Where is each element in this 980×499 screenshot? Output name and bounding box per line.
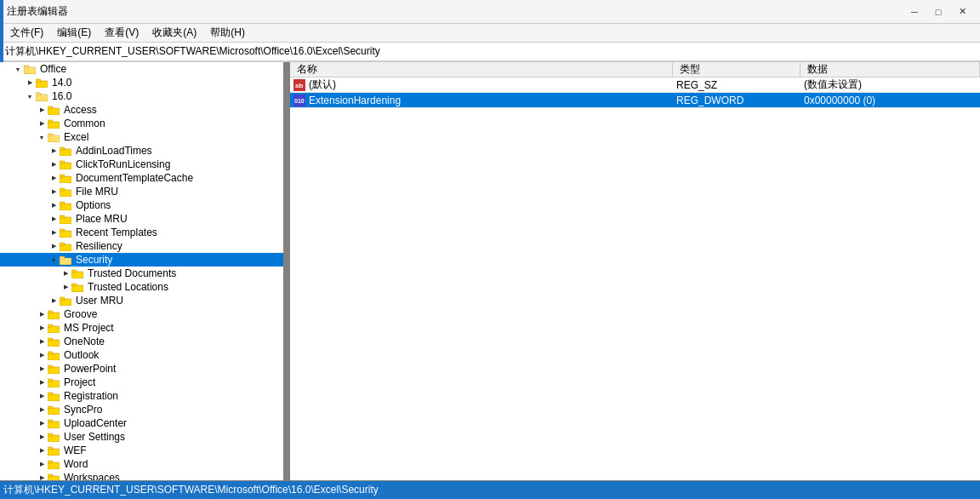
node-label-clicktorunlicensing: ClickToRunLicensing bbox=[76, 158, 170, 170]
expand-btn-registration[interactable]: ▶ bbox=[37, 392, 46, 400]
tree-node-placemru[interactable]: ▶ Place MRU bbox=[0, 212, 283, 226]
registry-name-1: 010ExtensionHardening bbox=[290, 93, 673, 107]
tree-node-office[interactable]: ▼ Office bbox=[0, 62, 283, 76]
expand-btn-project[interactable]: ▶ bbox=[37, 378, 46, 387]
expand-btn-workspaces[interactable]: ▶ bbox=[37, 473, 46, 480]
svg-rect-18 bbox=[60, 161, 65, 163]
svg-rect-11 bbox=[48, 120, 53, 123]
tree-node-documenttemplatecache[interactable]: ▶ DocumentTemplateCache bbox=[0, 171, 283, 185]
tree-node-filemru[interactable]: ▶ File MRU bbox=[0, 185, 283, 198]
tree-node-trustedlocations[interactable]: ▶ Trusted Locations bbox=[0, 280, 283, 294]
tree-node-onenote[interactable]: ▶ OneNote bbox=[0, 335, 283, 348]
tree-panel[interactable]: ▼ Office▶ 14.0▼ 16.0▶ Access▶ Common▼ Ex… bbox=[0, 62, 285, 480]
tree-node-recenttemplates[interactable]: ▶ Recent Templates bbox=[0, 226, 283, 239]
tree-node-usermru[interactable]: ▶ User MRU bbox=[0, 294, 283, 307]
col-data-header[interactable]: 数据 bbox=[801, 62, 980, 77]
col-name-header[interactable]: 名称 bbox=[290, 62, 673, 77]
expand-btn-clicktorunlicensing[interactable]: ▶ bbox=[49, 160, 58, 169]
tree-node-usersettings[interactable]: ▶ User Settings bbox=[0, 430, 283, 444]
folder-icon-powerpoint bbox=[48, 364, 60, 374]
folder-icon-msproject bbox=[48, 324, 60, 333]
expand-btn-word[interactable]: ▶ bbox=[37, 460, 46, 468]
tree-node-word[interactable]: ▶ Word bbox=[0, 457, 283, 471]
tree-node-outlook[interactable]: ▶ Outlook bbox=[0, 348, 283, 362]
menu-favorites[interactable]: 收藏夹(A) bbox=[145, 24, 203, 42]
expand-btn-recenttemplates[interactable]: ▶ bbox=[49, 228, 58, 237]
tree-node-common[interactable]: ▶ Common bbox=[0, 117, 283, 130]
svg-rect-55 bbox=[48, 406, 53, 409]
expand-btn-filemru[interactable]: ▶ bbox=[49, 187, 58, 196]
expand-btn-onenote[interactable]: ▶ bbox=[37, 337, 46, 346]
expand-btn-addinloadtimes[interactable]: ▶ bbox=[49, 146, 58, 155]
expand-btn-wef[interactable]: ▶ bbox=[37, 446, 46, 455]
tree-node-access[interactable]: ▶ Access bbox=[0, 103, 283, 117]
registry-row[interactable]: ab(默认)REG_SZ(数值未设置) bbox=[290, 77, 980, 93]
tree-node-14[interactable]: ▶ 14.0 bbox=[0, 76, 283, 89]
expand-btn-syncpro[interactable]: ▶ bbox=[37, 405, 46, 414]
svg-rect-14 bbox=[48, 135, 60, 137]
tree-node-wef[interactable]: ▶ WEF bbox=[0, 444, 283, 457]
minimize-button[interactable]: ─ bbox=[903, 3, 926, 20]
folder-icon-project bbox=[48, 378, 60, 387]
tree-node-resiliency[interactable]: ▶ Resiliency bbox=[0, 239, 283, 253]
svg-rect-33 bbox=[60, 258, 71, 260]
expand-btn-resiliency[interactable]: ▶ bbox=[49, 242, 58, 250]
tree-node-groove[interactable]: ▶ Groove bbox=[0, 307, 283, 321]
svg-rect-24 bbox=[60, 202, 65, 204]
svg-rect-47 bbox=[48, 352, 53, 354]
tree-node-trusteddocuments[interactable]: ▶ Trusted Documents bbox=[0, 267, 283, 280]
tree-node-workspaces[interactable]: ▶ Workspaces bbox=[0, 471, 283, 480]
tree-node-project[interactable]: ▶ Project bbox=[0, 376, 283, 389]
node-label-trustedlocations: Trusted Locations bbox=[88, 281, 168, 293]
expand-btn-usermru[interactable]: ▶ bbox=[49, 296, 58, 305]
tree-node-msproject[interactable]: ▶ MS Project bbox=[0, 321, 283, 335]
expand-btn-common[interactable]: ▶ bbox=[37, 119, 46, 128]
expand-btn-documenttemplatecache[interactable]: ▶ bbox=[49, 174, 58, 182]
menu-help[interactable]: 帮助(H) bbox=[203, 24, 252, 42]
maximize-button[interactable]: □ bbox=[927, 3, 949, 20]
tree-node-registration[interactable]: ▶ Registration bbox=[0, 389, 283, 403]
content-panel[interactable]: 名称 类型 数据 ab(默认)REG_SZ(数值未设置)010Extension… bbox=[290, 62, 980, 480]
registry-row[interactable]: 010ExtensionHardeningREG_DWORD0x00000000… bbox=[290, 93, 980, 108]
tree-node-uploadcenter[interactable]: ▶ UploadCenter bbox=[0, 416, 283, 430]
svg-rect-22 bbox=[60, 188, 65, 191]
node-label-security: Security bbox=[76, 254, 112, 266]
expand-btn-14[interactable]: ▶ bbox=[26, 78, 34, 87]
tree-node-options[interactable]: ▶ Options bbox=[0, 198, 283, 212]
expand-btn-16[interactable]: ▼ bbox=[26, 92, 34, 100]
expand-btn-groove[interactable]: ▶ bbox=[37, 310, 46, 318]
node-label-usersettings: User Settings bbox=[64, 431, 125, 443]
col-type-header[interactable]: 类型 bbox=[673, 62, 801, 77]
tree-node-powerpoint[interactable]: ▶ PowerPoint bbox=[0, 362, 283, 376]
menu-edit[interactable]: 编辑(E) bbox=[50, 24, 98, 42]
menu-view[interactable]: 查看(V) bbox=[98, 24, 145, 42]
address-label: 计算机\HKEY_CURRENT_USER\SOFTWARE\Microsoft… bbox=[5, 44, 380, 59]
expand-btn-options[interactable]: ▶ bbox=[49, 201, 58, 209]
svg-rect-61 bbox=[48, 447, 53, 450]
menu-file[interactable]: 文件(F) bbox=[3, 24, 50, 42]
expand-btn-placemru[interactable]: ▶ bbox=[49, 215, 58, 223]
expand-btn-usersettings[interactable]: ▶ bbox=[37, 433, 46, 441]
close-button[interactable]: ✕ bbox=[951, 3, 973, 20]
tree-node-excel[interactable]: ▼ Excel bbox=[0, 130, 283, 144]
tree-node-syncpro[interactable]: ▶ SyncPro bbox=[0, 403, 283, 416]
folder-icon-syncpro bbox=[48, 405, 60, 415]
expand-btn-outlook[interactable]: ▶ bbox=[37, 351, 46, 359]
tree-node-security[interactable]: ▼ Security bbox=[0, 253, 283, 267]
expand-btn-security[interactable]: ▼ bbox=[49, 255, 58, 264]
tree-node-16[interactable]: ▼ 16.0 bbox=[0, 89, 283, 103]
expand-btn-excel[interactable]: ▼ bbox=[37, 133, 46, 141]
expand-btn-trustedlocations[interactable]: ▶ bbox=[61, 283, 70, 291]
expand-btn-msproject[interactable]: ▶ bbox=[37, 324, 46, 332]
expand-btn-trusteddocuments[interactable]: ▶ bbox=[61, 269, 70, 278]
node-label-office: Office bbox=[40, 63, 66, 75]
tree-node-addinloadtimes[interactable]: ▶ AddinLoadTimes bbox=[0, 144, 283, 158]
folder-icon-onenote bbox=[48, 337, 60, 347]
node-label-placemru: Place MRU bbox=[76, 213, 128, 225]
expand-btn-access[interactable]: ▶ bbox=[37, 106, 46, 114]
node-label-14: 14.0 bbox=[52, 77, 71, 89]
tree-node-clicktorunlicensing[interactable]: ▶ ClickToRunLicensing bbox=[0, 158, 283, 171]
expand-btn-office[interactable]: ▼ bbox=[14, 65, 22, 73]
expand-btn-powerpoint[interactable]: ▶ bbox=[37, 364, 46, 373]
expand-btn-uploadcenter[interactable]: ▶ bbox=[37, 419, 46, 427]
